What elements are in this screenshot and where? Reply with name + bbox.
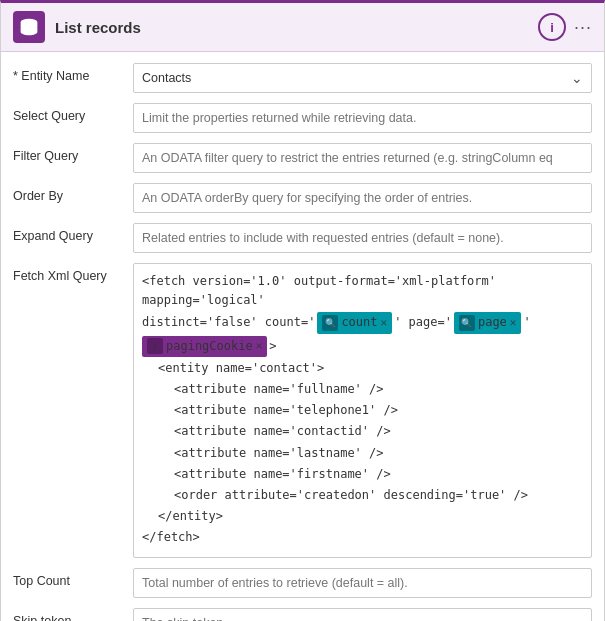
- fetch-line-4: <entity name='contact'>: [142, 359, 583, 378]
- fetch-line-6: <attribute name='telephone1' />: [142, 401, 583, 420]
- filter-query-row: Filter Query: [1, 138, 604, 178]
- fetch-xml-label: Fetch Xml Query: [13, 263, 133, 283]
- info-button[interactable]: i: [538, 13, 566, 41]
- fetch-line-9: <attribute name='firstname' />: [142, 465, 583, 484]
- chevron-down-icon: ⌄: [571, 70, 583, 86]
- paging-chip-icon: f: [147, 338, 163, 354]
- fetch-line-3: f pagingCookie ✕ >: [142, 336, 583, 357]
- count-token-chip[interactable]: 🔍 count ✕: [317, 312, 392, 333]
- expand-query-row: Expand Query: [1, 218, 604, 258]
- top-count-row: Top Count: [1, 563, 604, 603]
- list-records-card: List records i ··· * Entity Name Contact…: [0, 0, 605, 621]
- fetch-xml-row: Fetch Xml Query <fetch version='1.0' out…: [1, 258, 604, 563]
- fetch-order-createdon: <order attribute='createdon' descending=…: [174, 486, 528, 505]
- fetch-line-10: <order attribute='createdon' descending=…: [142, 486, 583, 505]
- card-header: List records i ···: [1, 3, 604, 52]
- skip-token-row: Skip token: [1, 603, 604, 621]
- expand-query-label: Expand Query: [13, 223, 133, 243]
- page-chip-close[interactable]: ✕: [510, 314, 517, 332]
- fetch-close: </fetch>: [142, 528, 200, 547]
- paging-chip-label: pagingCookie: [166, 337, 253, 356]
- select-query-row: Select Query: [1, 98, 604, 138]
- form-body: * Entity Name Contacts ⌄ Select Query Fi…: [1, 52, 604, 621]
- count-chip-close[interactable]: ✕: [381, 314, 388, 332]
- skip-token-label: Skip token: [13, 608, 133, 621]
- expand-query-input[interactable]: [133, 223, 592, 253]
- select-query-input[interactable]: [133, 103, 592, 133]
- order-by-input[interactable]: [133, 183, 592, 213]
- fetch-line-2: distinct='false' count=' 🔍 count ✕ ' pag…: [142, 312, 583, 333]
- fetch-line-7: <attribute name='contactid' />: [142, 422, 583, 441]
- fetch-line-1: <fetch version='1.0' output-format='xml-…: [142, 272, 583, 310]
- fetch-line-5: <attribute name='fullname' />: [142, 380, 583, 399]
- paging-chip-close[interactable]: ✕: [256, 337, 263, 355]
- order-by-label: Order By: [13, 183, 133, 203]
- fetch-line-1-text: <fetch version='1.0' output-format='xml-…: [142, 272, 583, 310]
- list-records-icon: [13, 11, 45, 43]
- fetch-attr-fullname: <attribute name='fullname' />: [174, 380, 384, 399]
- database-icon: [19, 17, 39, 37]
- fetch-line-11: </entity>: [142, 507, 583, 526]
- order-by-row: Order By: [1, 178, 604, 218]
- entity-name-value: Contacts: [142, 71, 191, 85]
- fetch-attr-contactid: <attribute name='contactid' />: [174, 422, 391, 441]
- fetch-xml-editor[interactable]: <fetch version='1.0' output-format='xml-…: [133, 263, 592, 558]
- page-token-chip[interactable]: 🔍 page ✕: [454, 312, 522, 333]
- fetch-line-3-suffix: >: [269, 337, 276, 356]
- skip-token-input[interactable]: [133, 608, 592, 621]
- fetch-attr-lastname: <attribute name='lastname' />: [174, 444, 384, 463]
- top-count-input[interactable]: [133, 568, 592, 598]
- fetch-line-12: </fetch>: [142, 528, 583, 547]
- fetch-line-2-suffix: ': [523, 313, 530, 332]
- paging-cookie-chip[interactable]: f pagingCookie ✕: [142, 336, 267, 357]
- count-chip-icon: 🔍: [322, 315, 338, 331]
- select-query-label: Select Query: [13, 103, 133, 123]
- more-options-button[interactable]: ···: [574, 17, 592, 38]
- page-chip-icon: 🔍: [459, 315, 475, 331]
- fetch-line-2-prefix: distinct='false' count=': [142, 313, 315, 332]
- filter-query-label: Filter Query: [13, 143, 133, 163]
- page-chip-label: page: [478, 313, 507, 332]
- filter-query-input[interactable]: [133, 143, 592, 173]
- top-count-label: Top Count: [13, 568, 133, 588]
- count-chip-label: count: [341, 313, 377, 332]
- fetch-attr-telephone: <attribute name='telephone1' />: [174, 401, 398, 420]
- fetch-line-2-middle: ' page=': [394, 313, 452, 332]
- fetch-entity-open: <entity name='contact'>: [158, 359, 324, 378]
- entity-name-select[interactable]: Contacts ⌄: [133, 63, 592, 93]
- entity-name-label: * Entity Name: [13, 63, 133, 83]
- card-title: List records: [55, 19, 528, 36]
- fetch-attr-firstname: <attribute name='firstname' />: [174, 465, 391, 484]
- header-actions: i ···: [538, 13, 592, 41]
- fetch-entity-close: </entity>: [158, 507, 223, 526]
- fetch-line-8: <attribute name='lastname' />: [142, 444, 583, 463]
- entity-name-row: * Entity Name Contacts ⌄: [1, 58, 604, 98]
